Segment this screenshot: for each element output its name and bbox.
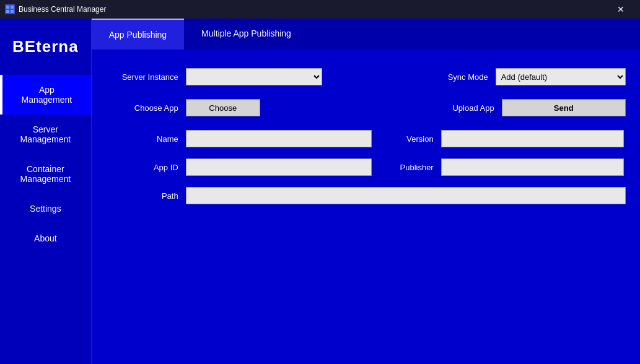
sidebar-item-container-management[interactable]: Container Management bbox=[0, 154, 91, 194]
app-container: BEterna App Management Server Management… bbox=[0, 19, 640, 364]
row-server-sync: Server Instance Sync Mode Add (default) … bbox=[110, 68, 626, 85]
server-instance-select[interactable] bbox=[186, 68, 322, 85]
app-icon bbox=[5, 4, 15, 14]
sidebar-item-app-management[interactable]: App Management bbox=[0, 75, 91, 115]
upload-app-label: Upload App bbox=[445, 103, 494, 113]
sidebar-item-about[interactable]: About bbox=[0, 223, 91, 253]
app-title: Business Central Manager bbox=[19, 5, 106, 14]
choose-button[interactable]: Choose bbox=[186, 99, 260, 116]
title-bar-left: Business Central Manager bbox=[5, 4, 106, 14]
group-app-id: App ID bbox=[110, 158, 372, 176]
group-name: Name bbox=[110, 130, 372, 147]
path-input[interactable] bbox=[186, 187, 626, 204]
sync-mode-label: Sync Mode bbox=[439, 72, 488, 82]
tab-multiple-app-publishing[interactable]: Multiple App Publishing bbox=[184, 19, 309, 50]
version-label: Version bbox=[384, 134, 434, 144]
svg-rect-2 bbox=[6, 10, 9, 13]
publisher-label: Publisher bbox=[384, 163, 434, 172]
sync-mode-select[interactable]: Add (default) ForceSync Clean bbox=[496, 68, 626, 85]
group-version: Version bbox=[384, 130, 624, 147]
svg-rect-0 bbox=[6, 6, 9, 9]
form-area: Server Instance Sync Mode Add (default) … bbox=[92, 50, 640, 223]
svg-rect-3 bbox=[11, 10, 14, 13]
sidebar-logo: BEterna bbox=[0, 31, 91, 75]
info-rows: Name Version App ID Publisher bbox=[110, 130, 626, 204]
row-appid-publisher: App ID Publisher bbox=[110, 158, 626, 176]
group-server-instance: Server Instance bbox=[110, 68, 322, 85]
svg-rect-1 bbox=[11, 6, 14, 9]
tab-bar: App Publishing Multiple App Publishing bbox=[92, 19, 640, 50]
app-id-label: App ID bbox=[110, 163, 178, 172]
name-label: Name bbox=[110, 134, 178, 144]
group-choose-app: Choose App Choose bbox=[110, 99, 260, 116]
sidebar-item-settings[interactable]: Settings bbox=[0, 194, 91, 223]
app-id-input[interactable] bbox=[186, 158, 372, 176]
row-choose-upload: Choose App Choose Upload App Send bbox=[110, 99, 626, 116]
sidebar: BEterna App Management Server Management… bbox=[0, 19, 92, 364]
tab-app-publishing[interactable]: App Publishing bbox=[92, 19, 184, 50]
choose-app-label: Choose App bbox=[110, 103, 178, 113]
version-input[interactable] bbox=[441, 130, 624, 147]
close-button[interactable]: ✕ bbox=[607, 0, 635, 19]
sidebar-item-server-management[interactable]: Server Management bbox=[0, 115, 91, 154]
content-area: App Publishing Multiple App Publishing S… bbox=[92, 19, 640, 364]
publisher-input[interactable] bbox=[441, 158, 624, 176]
row-path: Path bbox=[110, 187, 626, 204]
row-name-version: Name Version bbox=[110, 130, 626, 147]
path-label: Path bbox=[110, 191, 178, 201]
server-instance-label: Server Instance bbox=[110, 72, 178, 82]
group-upload-app: Upload App Send bbox=[445, 99, 626, 116]
send-button[interactable]: Send bbox=[502, 99, 626, 116]
group-publisher: Publisher bbox=[384, 158, 624, 176]
group-sync-mode: Sync Mode Add (default) ForceSync Clean bbox=[439, 68, 626, 85]
title-bar: Business Central Manager ✕ bbox=[0, 0, 640, 19]
name-input[interactable] bbox=[186, 130, 372, 147]
